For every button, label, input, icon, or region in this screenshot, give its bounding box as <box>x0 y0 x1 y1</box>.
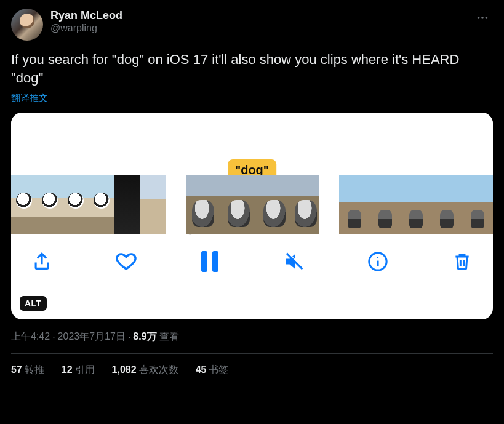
heart-icon <box>115 250 137 273</box>
bookmarks-stat[interactable]: 45书签 <box>196 364 229 377</box>
quotes-stat[interactable]: 12引用 <box>62 364 95 377</box>
thumbnail <box>222 175 258 234</box>
retweets-stat[interactable]: 57转推 <box>11 364 44 377</box>
thumbnail <box>114 175 140 234</box>
svg-point-2 <box>486 17 488 19</box>
svg-point-0 <box>478 17 480 19</box>
more-button[interactable] <box>472 9 493 30</box>
share-button[interactable] <box>28 248 55 275</box>
thumbnail <box>63 175 89 234</box>
thumbnail <box>370 175 401 234</box>
likes-count: 1,082 <box>112 364 137 375</box>
author-names[interactable]: Ryan McLeod @warpling <box>50 9 472 34</box>
thumbnail <box>140 175 166 234</box>
clip-gap <box>319 175 340 234</box>
thumbnail <box>186 175 222 234</box>
svg-point-1 <box>481 17 484 19</box>
pause-icon <box>201 251 218 272</box>
retweets-count: 57 <box>11 364 22 375</box>
trash-icon <box>452 252 472 271</box>
timestamp-time[interactable]: 上午4:42 <box>11 330 50 343</box>
media-attachment[interactable]: "dog" <box>11 113 493 319</box>
bookmarks-label: 书签 <box>209 364 228 375</box>
engagement-row: 57转推 12引用 1,082喜欢次数 45书签 <box>11 354 493 383</box>
display-name: Ryan McLeod <box>50 9 472 22</box>
timestamp-date[interactable]: 2023年7月17日 <box>58 330 126 343</box>
trash-button[interactable] <box>449 248 476 275</box>
tweet-meta: 上午4:42 · 2023年7月17日 · 8.9万 查看 <box>11 330 493 343</box>
translate-link[interactable]: 翻译推文 <box>11 92 48 104</box>
tweet-card: Ryan McLeod @warpling If you search for … <box>0 0 504 383</box>
thumbnail <box>431 175 462 234</box>
retweets-label: 转推 <box>25 364 44 375</box>
thumbnail <box>294 175 319 234</box>
quotes-count: 12 <box>62 364 73 375</box>
thumbnail <box>258 175 294 234</box>
bookmarks-count: 45 <box>196 364 207 375</box>
tweet-text: If you search for "dog" on iOS 17 it'll … <box>11 50 493 87</box>
thumbnail <box>401 175 431 234</box>
media-toolbar <box>11 234 493 287</box>
thumbnail <box>339 175 370 234</box>
speaker-muted-icon <box>283 250 305 273</box>
meta-sep: · <box>128 332 130 343</box>
avatar[interactable] <box>11 9 43 41</box>
quotes-label: 引用 <box>75 364 95 375</box>
pause-button[interactable] <box>196 248 223 275</box>
share-icon <box>31 251 52 272</box>
info-button[interactable] <box>364 248 391 275</box>
video-timeline[interactable] <box>11 175 493 234</box>
thumbnail <box>89 175 114 234</box>
likes-stat[interactable]: 1,082喜欢次数 <box>112 364 178 377</box>
clip-group-2[interactable] <box>186 175 319 234</box>
clip-gap <box>166 175 186 234</box>
alt-badge[interactable]: ALT <box>20 296 47 311</box>
likes-label: 喜欢次数 <box>139 364 178 375</box>
handle: @warpling <box>50 22 472 34</box>
thumbnail <box>462 175 493 234</box>
views-label: 查看 <box>159 330 179 343</box>
clip-group-3[interactable] <box>339 175 493 234</box>
thumbnail <box>37 175 63 234</box>
svg-point-7 <box>377 257 378 258</box>
info-icon <box>367 251 388 272</box>
meta-sep: · <box>52 332 55 343</box>
clip-group-1[interactable] <box>11 175 166 234</box>
ellipsis-icon <box>476 11 489 25</box>
thumbnail <box>11 175 37 234</box>
like-button[interactable] <box>113 248 140 275</box>
mute-button[interactable] <box>281 248 308 275</box>
views-count: 8.9万 <box>133 330 156 343</box>
tweet-header: Ryan McLeod @warpling <box>11 9 493 41</box>
